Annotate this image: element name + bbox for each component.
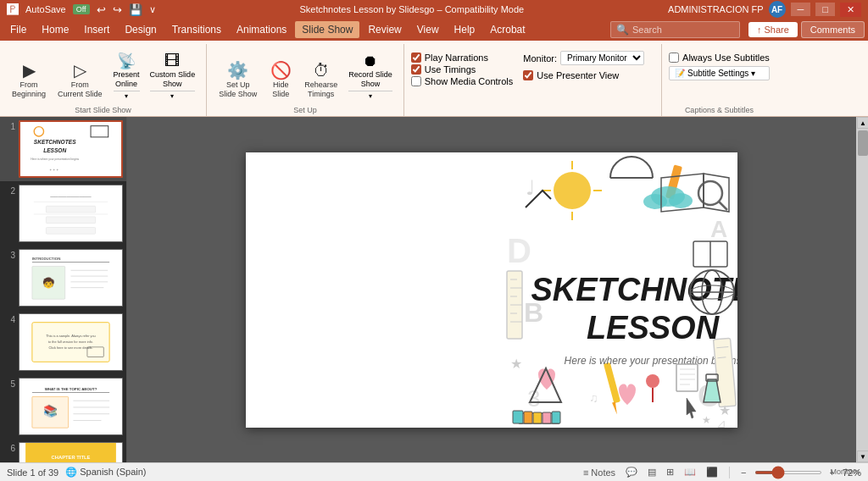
record-slideshow-btn[interactable]: ⏺ Record SlideShow ▾ bbox=[344, 50, 397, 102]
minimize-btn[interactable]: ─ bbox=[791, 3, 811, 16]
slide-img-1: SKETCHNOTES LESSON Here is where your pr… bbox=[19, 120, 123, 178]
present-online-icon: 📡 bbox=[117, 52, 136, 70]
menu-home[interactable]: Home bbox=[35, 21, 75, 38]
menu-review[interactable]: Review bbox=[361, 21, 408, 38]
slide-thumb-2[interactable]: 2 —————————— bbox=[0, 181, 126, 246]
slide-thumb-1[interactable]: 1 SKETCHNOTES LESSON Here is where your … bbox=[0, 117, 126, 181]
setup-buttons: ⚙️ Set UpSlide Show 🚫 HideSlide ⏱ Rehear… bbox=[214, 46, 397, 106]
svg-rect-11 bbox=[46, 206, 95, 213]
svg-text:LESSON: LESSON bbox=[43, 147, 66, 153]
slide-panel[interactable]: 1 SKETCHNOTES LESSON Here is where your … bbox=[0, 117, 127, 462]
svg-text:📚: 📚 bbox=[43, 404, 58, 418]
save-btn[interactable]: 💾 bbox=[129, 3, 142, 16]
play-current-icon: ▷ bbox=[74, 62, 86, 79]
slide-num-6: 6 bbox=[3, 442, 15, 453]
svg-text:✦ ✦ ✦: ✦ ✦ ✦ bbox=[49, 169, 59, 172]
menu-design[interactable]: Design bbox=[118, 21, 163, 38]
vertical-scrollbar[interactable]: ▲ ▼ bbox=[856, 117, 868, 462]
svg-text:★: ★ bbox=[719, 403, 731, 417]
scroll-up-btn[interactable]: ▲ bbox=[857, 117, 868, 129]
language-icon: 🌐 bbox=[65, 467, 77, 477]
svg-rect-100 bbox=[533, 412, 542, 423]
menu-help[interactable]: Help bbox=[448, 21, 482, 38]
menu-animations[interactable]: Animations bbox=[230, 21, 293, 38]
rehearse-timings-btn[interactable]: ⏱ RehearseTimings bbox=[299, 58, 342, 102]
svg-text:★: ★ bbox=[510, 357, 522, 371]
from-current-slide-btn[interactable]: ▷ FromCurrent Slide bbox=[53, 58, 108, 102]
from-beginning-btn[interactable]: ▶ FromBeginning bbox=[7, 58, 51, 102]
undo-btn[interactable]: ↩ bbox=[97, 3, 106, 16]
custom-slideshow-btn[interactable]: 🎞 Custom SlideShow ▾ bbox=[146, 50, 200, 102]
slide-thumb-3[interactable]: 3 INTRODUCTION 🧒 bbox=[0, 246, 126, 310]
slide-num-2: 2 bbox=[3, 185, 15, 196]
setup-slideshow-btn[interactable]: ⚙️ Set UpSlide Show bbox=[214, 58, 262, 102]
monitor-select[interactable]: Primary Monitor Extend Desktop bbox=[560, 51, 644, 65]
slide-img-6: CHAPTER TITLE Subtitle or section descri… bbox=[19, 442, 123, 462]
slide-thumb-4[interactable]: 4 This is a sample. Always refer you to … bbox=[0, 310, 126, 374]
app-logo: 🅿 bbox=[7, 3, 19, 16]
play-narrations-checkbox[interactable]: Play Narrations bbox=[411, 53, 514, 63]
slide-canvas-area: ♩ bbox=[127, 117, 856, 462]
title-bar: 🅿 AutoSave Off ↩ ↪ 💾 ∨ Sketchnotes Lesso… bbox=[0, 0, 868, 19]
slide-canvas: ♩ bbox=[246, 152, 737, 428]
svg-text:WHAT IS THE TOPIC ABOUT?: WHAT IS THE TOPIC ABOUT? bbox=[45, 387, 97, 391]
ribbon: ▶ FromBeginning ▷ FromCurrent Slide 📡 Pr… bbox=[0, 41, 868, 117]
customize-btn[interactable]: ∨ bbox=[149, 4, 156, 15]
close-btn[interactable]: ✕ bbox=[840, 3, 861, 17]
svg-rect-12 bbox=[46, 217, 95, 224]
use-presenter-view-checkbox[interactable]: Use Presenter View bbox=[523, 70, 644, 80]
subtitle-settings-btn[interactable]: 📝 Subtitle Settings ▾ bbox=[669, 66, 770, 80]
main-area: 1 SKETCHNOTES LESSON Here is where your … bbox=[0, 117, 868, 462]
hide-icon: 🚫 bbox=[270, 62, 292, 79]
user-avatar[interactable]: AF bbox=[769, 1, 786, 18]
title-bar-right: ADMINISTRACION FP AF ─ □ ✕ bbox=[668, 1, 861, 18]
monitors-bottom-label: Monitors bbox=[411, 467, 868, 478]
menu-view[interactable]: View bbox=[410, 21, 446, 38]
svg-rect-102 bbox=[552, 412, 560, 423]
svg-text:CHAPTER TITLE: CHAPTER TITLE bbox=[52, 455, 91, 460]
svg-text:D: D bbox=[507, 232, 531, 269]
svg-text:SKETCHNOTES: SKETCHNOTES bbox=[531, 272, 737, 307]
use-timings-checkbox[interactable]: Use Timings bbox=[411, 64, 514, 75]
present-online-btn[interactable]: 📡 PresentOnline ▾ bbox=[109, 49, 144, 102]
menu-bar: File Home Insert Design Transitions Anim… bbox=[0, 19, 868, 41]
menu-file[interactable]: File bbox=[3, 21, 33, 38]
always-subtitles-checkbox[interactable]: Always Use Subtitles bbox=[669, 53, 770, 63]
play-icon: ▶ bbox=[23, 62, 36, 79]
slide-info: Slide 1 of 39 bbox=[7, 467, 58, 478]
search-input[interactable] bbox=[632, 25, 734, 35]
svg-text:A: A bbox=[710, 216, 727, 242]
svg-point-45 bbox=[554, 172, 591, 209]
svg-rect-101 bbox=[542, 412, 551, 423]
menu-insert[interactable]: Insert bbox=[77, 21, 116, 38]
svg-point-53 bbox=[643, 194, 667, 209]
autosave-toggle[interactable]: Off bbox=[73, 4, 90, 14]
svg-rect-99 bbox=[524, 412, 532, 423]
slide-img-4: This is a sample. Always refer you to th… bbox=[19, 313, 123, 371]
show-media-controls-checkbox[interactable]: Show Media Controls bbox=[411, 76, 514, 86]
menu-acrobat[interactable]: Acrobat bbox=[483, 21, 531, 38]
menu-slideshow[interactable]: Slide Show bbox=[295, 21, 359, 38]
slide-num-4: 4 bbox=[3, 313, 15, 324]
slide-thumb-6[interactable]: 6 CHAPTER TITLE Subtitle or section desc… bbox=[0, 439, 126, 462]
restore-btn[interactable]: □ bbox=[815, 3, 835, 16]
slide-img-2: —————————— bbox=[19, 185, 123, 242]
svg-text:🧒: 🧒 bbox=[42, 277, 55, 289]
menu-transitions[interactable]: Transitions bbox=[165, 21, 228, 38]
hide-slide-btn[interactable]: 🚫 HideSlide bbox=[264, 58, 298, 102]
scroll-down-btn[interactable]: ▼ bbox=[857, 451, 868, 462]
svg-rect-87 bbox=[676, 364, 698, 391]
share-icon: ↑ bbox=[757, 25, 762, 35]
menu-search-box[interactable]: 🔍 bbox=[610, 21, 740, 38]
svg-text:This is a sample. Always refer: This is a sample. Always refer you bbox=[46, 334, 96, 338]
captions-options: Always Use Subtitles 📝 Subtitle Settings… bbox=[669, 49, 770, 84]
slide-thumb-5[interactable]: 5 WHAT IS THE TOPIC ABOUT? 📚 bbox=[0, 374, 126, 439]
playback-options: Play Narrations Use Timings Show Media C… bbox=[411, 49, 514, 90]
comments-button[interactable]: Comments bbox=[801, 21, 865, 38]
svg-rect-13 bbox=[46, 228, 95, 235]
monitors-label bbox=[411, 90, 514, 95]
redo-btn[interactable]: ↪ bbox=[113, 3, 122, 16]
svg-text:Here is where your presentatio: Here is where your presentation begins bbox=[565, 355, 737, 367]
share-button[interactable]: ↑ Share bbox=[748, 22, 798, 37]
header-actions: ↑ Share Comments bbox=[748, 21, 865, 38]
